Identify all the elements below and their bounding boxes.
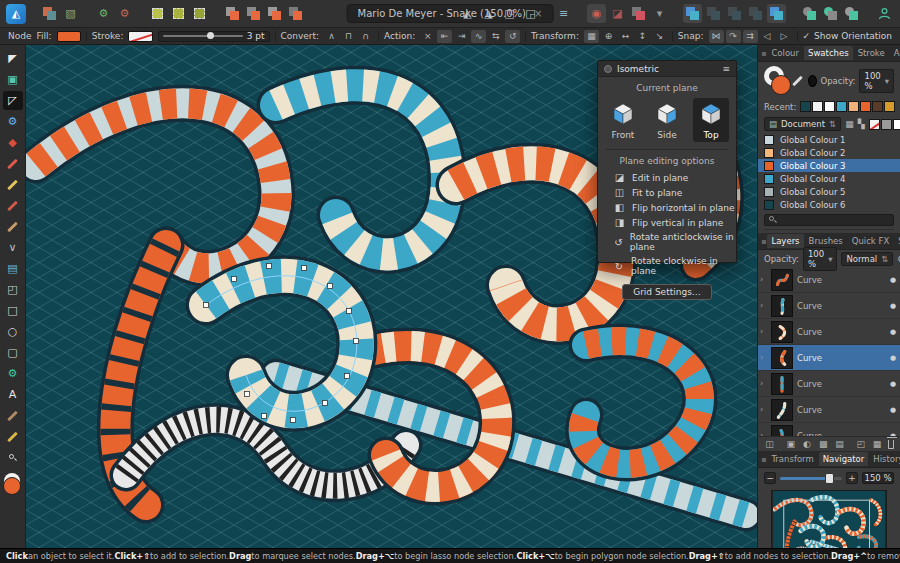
insert-behind-button[interactable]: ◪ bbox=[608, 4, 627, 23]
layer-effects-icon[interactable]: ▩ bbox=[818, 438, 829, 451]
panel-close-icon[interactable] bbox=[604, 65, 612, 73]
recent-swatch[interactable] bbox=[812, 101, 823, 112]
snap-right-icon[interactable]: ▷ bbox=[777, 30, 792, 43]
layer-expand-icon[interactable]: › bbox=[760, 353, 767, 362]
rotate-ccw-button[interactable]: ◳ bbox=[500, 4, 519, 23]
global-colour-row[interactable]: Global Colour 1 bbox=[758, 133, 900, 146]
layer-row[interactable]: ›Curve● bbox=[758, 371, 900, 397]
pencil-tool[interactable] bbox=[3, 175, 23, 194]
fill-colour-circle[interactable] bbox=[3, 477, 21, 495]
layers-tab-quick-fx[interactable]: Quick FX bbox=[848, 234, 893, 248]
layers-tab-brushes[interactable]: Brushes bbox=[805, 234, 847, 248]
iso-option-edit-in-plane[interactable]: ◪Edit in plane bbox=[598, 170, 736, 185]
palette-grid-icon[interactable]: ▦ bbox=[845, 118, 854, 131]
isometric-panel-header[interactable]: Isometric ≡ bbox=[598, 61, 736, 77]
layer-row[interactable]: ›Curve● bbox=[758, 293, 900, 319]
recent-swatch[interactable] bbox=[884, 101, 895, 112]
recent-swatch[interactable] bbox=[848, 101, 859, 112]
mini-swatch[interactable] bbox=[893, 119, 900, 130]
convert-smooth-icon[interactable]: ∩ bbox=[358, 30, 373, 43]
layer-expand-icon[interactable]: › bbox=[760, 301, 767, 310]
delete-layer-icon[interactable] bbox=[888, 440, 894, 449]
blend-mode-3-button[interactable] bbox=[842, 4, 861, 23]
zoom-slider[interactable] bbox=[780, 477, 842, 480]
alignment-button[interactable]: ≡ bbox=[554, 4, 573, 23]
curve-op-1-button[interactable] bbox=[683, 4, 702, 23]
snap-nodes-icon[interactable]: ⋈ bbox=[709, 30, 724, 43]
pen-tool[interactable] bbox=[3, 154, 23, 173]
swatches-tab-stroke[interactable]: Stroke bbox=[854, 46, 889, 60]
bool-subtract-button[interactable] bbox=[244, 4, 263, 23]
fill-stroke-colour-well[interactable] bbox=[3, 473, 23, 497]
export-persona-button[interactable]: ▧ bbox=[61, 4, 80, 23]
node-tool[interactable]: ◸ bbox=[3, 91, 23, 110]
recent-swatch[interactable] bbox=[836, 101, 847, 112]
place-image-tool[interactable]: ▤ bbox=[3, 259, 23, 278]
action-delete-icon[interactable]: × bbox=[420, 30, 435, 43]
palette-dropdown[interactable]: ▤ Document ⇅ bbox=[764, 117, 841, 131]
plane-button-side[interactable]: Side bbox=[649, 98, 685, 142]
swatches-tab-swatches[interactable]: Swatches bbox=[804, 46, 853, 60]
curve-op-2-button[interactable] bbox=[704, 4, 723, 23]
adjustment-layer-icon[interactable]: ◐ bbox=[801, 438, 812, 451]
rectangle-tool[interactable]: □ bbox=[3, 301, 23, 320]
mask-layer-icon[interactable]: ▣ bbox=[785, 438, 796, 451]
action-smooth-icon[interactable]: ∿ bbox=[471, 30, 486, 43]
curve-op-3-button[interactable] bbox=[725, 4, 744, 23]
iso-option-fit-to-plane[interactable]: ◫Fit to plane bbox=[598, 185, 736, 200]
insert-dropdown-arrow[interactable]: ▾ bbox=[650, 4, 669, 23]
layer-expand-icon[interactable]: › bbox=[760, 327, 767, 336]
rotate-cw-button[interactable]: ◲ bbox=[521, 4, 540, 23]
flip-horizontal-button[interactable]: ◭ bbox=[458, 4, 477, 23]
style-picker-tool[interactable] bbox=[3, 406, 23, 425]
contact-person-icon[interactable] bbox=[875, 4, 894, 23]
stroke-width-slider[interactable]: 3 pt bbox=[158, 31, 270, 42]
ellipse-tool[interactable]: ○ bbox=[3, 322, 23, 341]
zoom-in-button[interactable]: + bbox=[846, 472, 858, 484]
convert-smart-icon[interactable]: ⊓ bbox=[341, 30, 356, 43]
navigator-tab-navigator[interactable]: Navigator bbox=[819, 452, 869, 466]
layer-visibility-toggle[interactable]: ● bbox=[890, 302, 896, 310]
group-layers-icon[interactable]: ▦ bbox=[871, 438, 882, 451]
blend-mode-2-button[interactable] bbox=[821, 4, 840, 23]
layer-visibility-toggle[interactable]: ● bbox=[890, 354, 896, 362]
snap-left-icon[interactable]: ◁ bbox=[760, 30, 775, 43]
app-logo[interactable]: ◭ bbox=[6, 4, 26, 24]
fill-swatch[interactable] bbox=[57, 31, 81, 42]
recent-swatch[interactable] bbox=[800, 101, 811, 112]
preferences-gear-icon[interactable]: ⚙ bbox=[94, 4, 113, 23]
iso-option-rotate-clockwise-in-plane[interactable]: ↻Rotate clockwise in plane bbox=[598, 254, 736, 278]
paint-brush-tool[interactable] bbox=[3, 196, 23, 215]
layer-row[interactable]: ›Curve● bbox=[758, 345, 900, 371]
zoom-tool[interactable] bbox=[3, 448, 23, 467]
swatch-search-input[interactable] bbox=[764, 214, 894, 226]
move-tool[interactable]: ◤ bbox=[3, 49, 23, 68]
swatches-opacity-dropdown[interactable]: 100 %▾ bbox=[859, 69, 894, 93]
marquee-pen-icon[interactable] bbox=[190, 4, 209, 23]
palette-list-icon[interactable]: ▚ bbox=[858, 118, 865, 131]
layer-row[interactable]: ›Curve● bbox=[758, 267, 900, 293]
flip-vertical-button[interactable]: ◮ bbox=[479, 4, 498, 23]
transform-h-icon[interactable]: ↔ bbox=[618, 30, 633, 43]
insert-ontop-button[interactable] bbox=[629, 4, 648, 23]
recent-swatch[interactable] bbox=[860, 101, 871, 112]
curve-op-4-button[interactable] bbox=[746, 4, 765, 23]
recent-swatch[interactable] bbox=[824, 101, 835, 112]
marquee-select-icon[interactable] bbox=[148, 4, 167, 23]
iso-option-flip-horizontal-in-plane[interactable]: ◧Flip horizontal in plane bbox=[598, 200, 736, 215]
plane-button-front[interactable]: Front bbox=[605, 98, 641, 142]
fill-tool[interactable] bbox=[3, 427, 23, 446]
swatches-tab-colour[interactable]: Colour bbox=[767, 46, 803, 60]
grid-settings-button[interactable]: Grid Settings… bbox=[622, 284, 712, 300]
navigator-tab-history[interactable]: History bbox=[869, 452, 900, 466]
recent-swatch[interactable] bbox=[872, 101, 883, 112]
snapping-gear-icon[interactable]: ⚙ bbox=[115, 4, 134, 23]
vector-brush-tool[interactable] bbox=[3, 217, 23, 236]
pixel-persona-button[interactable] bbox=[40, 4, 59, 23]
insert-inside-button[interactable]: ◉ bbox=[587, 4, 606, 23]
layer-expand-icon[interactable]: › bbox=[760, 379, 767, 388]
layer-visibility-toggle[interactable]: ● bbox=[890, 328, 896, 336]
new-layer-icon[interactable]: ◰ bbox=[855, 438, 866, 451]
artistic-text-tool[interactable]: A bbox=[3, 385, 23, 404]
rounded-rectangle-tool[interactable]: ▢ bbox=[3, 343, 23, 362]
